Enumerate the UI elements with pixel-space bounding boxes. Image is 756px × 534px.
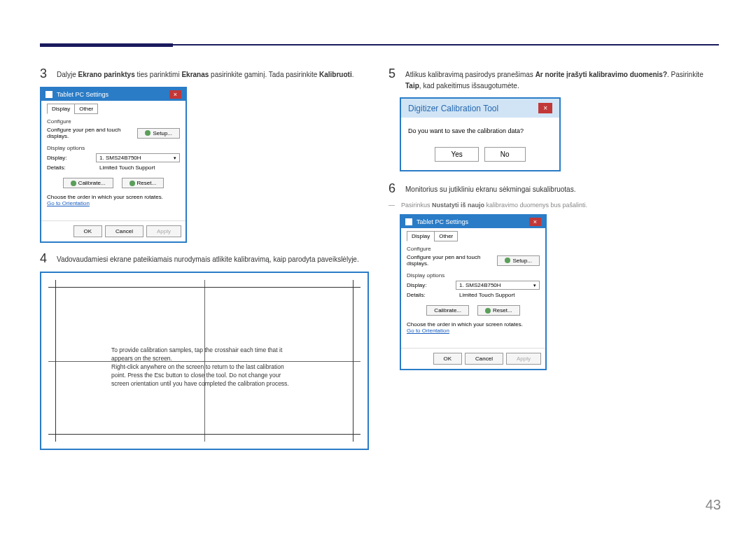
setup-button[interactable]: Setup... — [137, 128, 180, 139]
close-icon[interactable]: × — [538, 103, 552, 113]
step-number: 6 — [388, 181, 405, 196]
step-text: Atlikus kalibravimą pasirodys pranešimas… — [405, 66, 718, 92]
step-number: 4 — [40, 251, 57, 266]
orientation-link[interactable]: Go to Orientation — [407, 328, 540, 334]
order-text: Choose the order in which your screen ro… — [47, 194, 180, 200]
configure-text: Configure your pen and touch displays. — [407, 254, 490, 267]
note-dash: ― — [388, 202, 401, 209]
shield-icon — [145, 130, 150, 136]
step-number: 5 — [388, 66, 405, 81]
window-icon — [405, 218, 412, 225]
display-options-label: Display options — [47, 145, 180, 151]
display-label: Display: — [47, 155, 89, 161]
shield-icon — [505, 258, 510, 263]
note: ― Pasirinkus Nustatyti iš naujo kalibrav… — [388, 202, 718, 209]
close-icon[interactable]: × — [169, 90, 181, 99]
step-text: Dalyje Ekrano parinktys ties parinktimi … — [57, 66, 354, 80]
reset-button[interactable]: Reset... — [477, 305, 520, 316]
details-value: Limited Touch Support — [459, 292, 514, 298]
apply-button[interactable]: Apply — [146, 225, 181, 237]
details-value: Limited Touch Support — [99, 164, 155, 171]
configure-label: Configure — [47, 118, 180, 125]
note-text: Pasirinkus Nustatyti iš naujo kalibravim… — [401, 202, 587, 209]
step-4: 4 Vadovaudamiesi ekrane pateikiamais nur… — [40, 251, 372, 266]
calibration-screen: To provide calibration samples, tap the … — [40, 272, 369, 450]
right-column: 5 Atlikus kalibravimą pasirodys pranešim… — [388, 66, 718, 379]
apply-button[interactable]: Apply — [506, 353, 541, 365]
close-icon[interactable]: × — [529, 218, 541, 226]
display-dropdown[interactable]: 1. SMS24B750H▾ — [96, 153, 180, 162]
display-label: Display: — [407, 282, 449, 288]
window-title: Tablet PC Settings — [57, 91, 108, 98]
step-text: Monitorius su jutikliniu ekranu sėkminga… — [405, 181, 575, 195]
configure-label: Configure — [407, 246, 540, 252]
chevron-down-icon: ▾ — [533, 283, 536, 288]
step-6: 6 Monitorius su jutikliniu ekranu sėkmin… — [388, 181, 718, 196]
window-titlebar: Tablet PC Settings × — [401, 216, 545, 228]
ok-button[interactable]: OK — [74, 225, 103, 237]
cancel-button[interactable]: Cancel — [105, 225, 144, 237]
cancel-button[interactable]: Cancel — [465, 353, 503, 365]
dialog-titlebar: Digitizer Calibration Tool × — [401, 99, 559, 118]
dialog-title: Digitizer Calibration Tool — [408, 104, 498, 113]
tablet-pc-settings-window-2: Tablet PC Settings × Display Other Confi… — [400, 214, 547, 370]
dialog-body: Do you want to save the calibration data… — [401, 118, 559, 141]
window-title: Tablet PC Settings — [416, 218, 468, 225]
details-label: Details: — [407, 292, 452, 298]
step-3: 3 Dalyje Ekrano parinktys ties parinktim… — [40, 66, 372, 81]
display-options-label: Display options — [407, 272, 540, 279]
tab-other[interactable]: Other — [434, 231, 458, 241]
setup-button[interactable]: Setup... — [497, 255, 540, 266]
calibrate-button[interactable]: Calibrate... — [63, 178, 113, 188]
orientation-link[interactable]: Go to Orientation — [47, 200, 180, 206]
tab-display[interactable]: Display — [47, 104, 75, 114]
calibrate-button[interactable]: Calibrate... — [426, 305, 469, 316]
tab-display[interactable]: Display — [407, 231, 435, 241]
configure-text: Configure your pen and touch displays. — [47, 127, 130, 139]
tab-other[interactable]: Other — [74, 104, 98, 114]
header-accent — [40, 43, 173, 47]
details-label: Details: — [47, 164, 92, 171]
shield-icon — [71, 181, 76, 186]
step-number: 3 — [40, 66, 57, 81]
window-body: Display Other Configure Configure your p… — [41, 101, 186, 213]
chevron-down-icon: ▾ — [174, 155, 176, 161]
step-text: Vadovaudamiesi ekrane pateikiamais nurod… — [57, 251, 359, 265]
window-icon — [46, 91, 52, 98]
shield-icon — [485, 308, 491, 314]
shield-icon — [130, 181, 135, 186]
digitizer-calibration-dialog: Digitizer Calibration Tool × Do you want… — [400, 97, 561, 171]
order-text: Choose the order in which your screen ro… — [407, 321, 540, 328]
display-dropdown[interactable]: 1. SMS24B750H▾ — [456, 281, 540, 290]
yes-button[interactable]: Yes — [435, 147, 478, 162]
ok-button[interactable]: OK — [433, 353, 463, 365]
reset-button[interactable]: Reset... — [122, 178, 164, 188]
window-titlebar: Tablet PC Settings × — [41, 88, 186, 101]
left-column: 3 Dalyje Ekrano parinktys ties parinktim… — [40, 66, 372, 450]
calibration-instructions: To provide calibration samples, tap the … — [111, 346, 298, 388]
window-body: Display Other Configure Configure your p… — [401, 228, 545, 341]
no-button[interactable]: No — [484, 147, 526, 162]
step-5: 5 Atlikus kalibravimą pasirodys pranešim… — [388, 66, 718, 92]
tablet-pc-settings-window-1: Tablet PC Settings × Display Other Confi… — [40, 87, 187, 243]
page-number: 43 — [706, 497, 721, 513]
